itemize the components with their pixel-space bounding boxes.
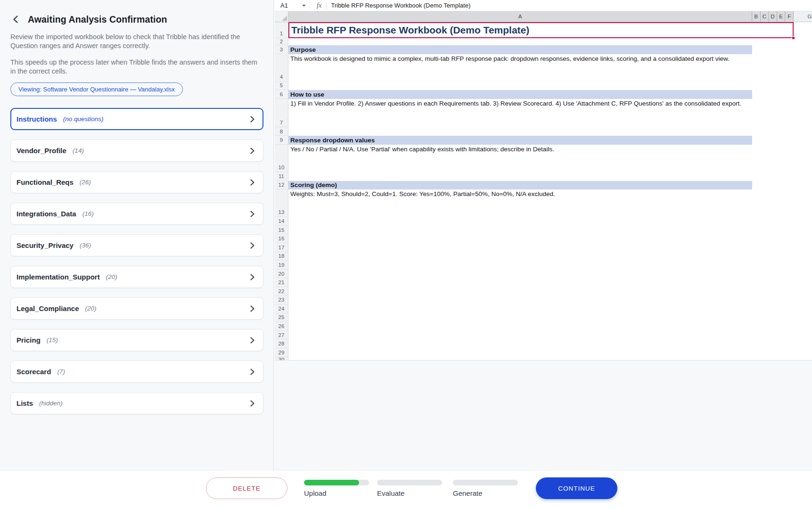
row-header-29[interactable]: 29 [275,348,288,357]
row-content-10: Yes / No / Partial / N/A. Use 'Partial' … [288,145,812,172]
sheet-tab-implementation_support[interactable]: Implementation_Support(20) [10,266,263,288]
sheet-tab-label: Scorecard [16,368,51,376]
row-header-10[interactable]: 10 [275,145,288,172]
row-header-5[interactable]: 5 [275,82,288,90]
chevron-left-icon [11,15,21,24]
row-header-8[interactable]: 8 [275,127,288,136]
row-content-5 [288,82,812,90]
cell-reference-box[interactable]: A1 [275,0,310,11]
row-content-18 [288,252,812,261]
row-header-15[interactable]: 15 [275,226,288,235]
chevron-right-wrap [249,115,255,123]
row-header-6[interactable]: 6 [275,90,288,99]
select-all-corner[interactable] [275,11,288,22]
back-button[interactable] [10,14,22,25]
row-header-14[interactable]: 14 [275,217,288,226]
row-header-20[interactable]: 20 [275,270,288,279]
row-header-2[interactable]: 2 [275,38,288,45]
formula-bar-divider [310,2,310,9]
row-content-26 [288,322,812,331]
row-content-22 [288,287,812,296]
progress-step-upload: Upload [304,480,369,497]
row-header-23[interactable]: 23 [275,296,288,305]
evaluate-progress-track [377,480,442,485]
selected-cell-a1[interactable]: Tribble RFP Response Workbook (Demo Temp… [288,22,794,38]
sheet-tab-pricing[interactable]: Pricing(15) [10,329,263,351]
column-header-e[interactable]: E [777,11,786,22]
row-header-1[interactable]: 1 [275,22,288,38]
chevron-right-icon [249,147,255,155]
description-paragraph-2: This speeds up the process later when Tr… [10,58,259,75]
sheet-tab-instructions[interactable]: Instructions(no questions) [10,108,263,130]
row-header-17[interactable]: 17 [275,243,288,252]
sheet-row-18: 18 [275,252,812,261]
sheet-grid: ABCDEFG 1Tribble RFP Response Workbook (… [275,11,812,361]
chevron-right-wrap [249,147,255,155]
progress-steps: Upload Evaluate Generate [304,470,525,509]
sheet-row-6: 6How to use [275,90,812,99]
delete-button[interactable]: DELETE [206,477,287,499]
column-header-a[interactable]: A [288,11,752,22]
sheet-tab-integrations_data[interactable]: Integrations_Data(16) [10,203,263,225]
body-text-cell[interactable]: This workbook is designed to mimic a com… [288,54,752,63]
row-header-26[interactable]: 26 [275,322,288,331]
sheet-row-8: 8 [275,127,812,136]
section-header-cell[interactable]: How to use [288,90,752,99]
row-header-3[interactable]: 3 [275,45,288,54]
column-header-c[interactable]: C [761,11,769,22]
section-header-cell[interactable]: Response dropdown values [288,136,752,145]
section-header-cell[interactable]: Purpose [288,45,752,54]
row-header-12[interactable]: 12 [275,181,288,190]
formula-input[interactable]: Tribble RFP Response Workbook (Demo Temp… [331,2,470,9]
row-header-27[interactable]: 27 [275,331,288,340]
column-header-f[interactable]: F [785,11,794,22]
sheet-tab-scorecard[interactable]: Scorecard(7) [10,361,263,383]
sheet-tab-security_privacy[interactable]: Security_Privacy(36) [10,234,263,256]
description-paragraph-1: Review the imported workbook below to ch… [10,33,259,50]
sheet-question-count: (14) [73,147,84,154]
column-header-g[interactable]: G [794,11,812,22]
row-header-19[interactable]: 19 [275,261,288,270]
chevron-right-wrap [249,242,255,249]
spreadsheet-panel: A1 fx Tribble RFP Response Workbook (Dem… [275,0,812,361]
sheet-row-14: 14 [275,217,812,226]
formula-bar-separator [326,2,327,9]
sheet-tab-functional_reqs[interactable]: Functional_Reqs(26) [10,171,263,193]
name-box-dropdown-icon[interactable] [302,5,306,7]
row-header-18[interactable]: 18 [275,252,288,261]
row-header-16[interactable]: 16 [275,234,288,243]
row-header-22[interactable]: 22 [275,287,288,296]
row-header-4[interactable]: 4 [275,54,288,82]
sheet-row-4: 4This workbook is designed to mimic a co… [275,54,812,82]
sheet-row-5: 5 [275,82,812,90]
chevron-right-icon [249,368,255,376]
sheet-row-28: 28 [275,339,812,348]
body-text-cell[interactable]: Yes / No / Partial / N/A. Use 'Partial' … [288,145,752,153]
sheet-tab-vendor_profile[interactable]: Vendor_Profile(14) [10,140,263,162]
sheet-row-25: 25 [275,313,812,322]
sheet-row-10: 10Yes / No / Partial / N/A. Use 'Partial… [275,145,812,172]
row-header-9[interactable]: 9 [275,136,288,145]
row-header-30[interactable]: 30 [275,357,288,361]
row-header-21[interactable]: 21 [275,278,288,287]
row-header-28[interactable]: 28 [275,339,288,348]
row-header-11[interactable]: 11 [275,172,288,181]
sheet-question-count: (20) [106,273,117,280]
chevron-right-icon [249,305,255,312]
row-header-13[interactable]: 13 [275,189,288,217]
row-content-9: Response dropdown values [288,136,812,145]
viewing-file-badge: Viewing: Software Vendor Questionnaire —… [10,82,183,96]
row-header-25[interactable]: 25 [275,313,288,322]
body-text-cell[interactable]: Weights: Must=3, Should=2, Could=1. Scor… [288,189,752,198]
section-header-cell[interactable]: Scoring (demo) [288,181,752,190]
sheet-tab-lists[interactable]: Lists(hidden) [10,392,263,414]
column-header-b[interactable]: B [752,11,761,22]
row-content-12: Scoring (demo) [288,181,812,190]
row-header-7[interactable]: 7 [275,99,288,127]
row-header-24[interactable]: 24 [275,304,288,313]
continue-button[interactable]: CONTINUE [536,477,617,499]
body-text-cell[interactable]: 1) Fill in Vendor Profile. 2) Answer que… [288,99,752,107]
sheet-tab-label: Legal_Compliance [16,304,79,312]
column-header-d[interactable]: D [769,11,777,22]
sheet-tab-legal_compliance[interactable]: Legal_Compliance(20) [10,297,263,320]
